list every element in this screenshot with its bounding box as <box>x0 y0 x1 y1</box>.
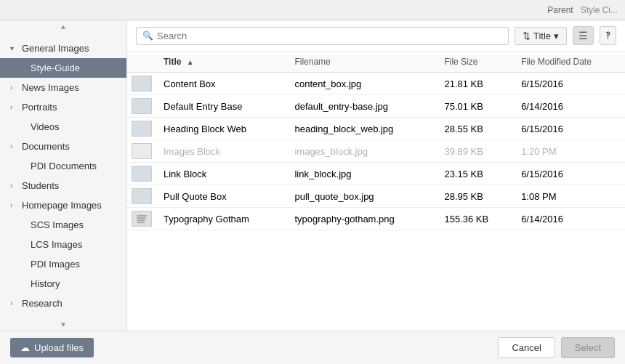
sidebar-item-news-images[interactable]: ›News Images <box>0 78 126 97</box>
search-icon: 🔍 <box>142 31 153 41</box>
sidebar-item-label: Documents <box>22 141 70 152</box>
upload-label: Upload files <box>34 342 84 353</box>
sidebar-item-label: SCS Images <box>31 219 84 230</box>
file-size: 28.95 KB <box>437 185 514 208</box>
file-size: 155.36 KB <box>437 208 514 230</box>
footer-buttons: Cancel Select <box>498 337 615 358</box>
file-filename: content_box.jpg <box>287 73 437 95</box>
sidebar-item-hospital[interactable]: ›Hospital <box>0 313 126 318</box>
thumb-image <box>132 121 152 137</box>
file-title: Images Block <box>156 140 287 163</box>
file-size: 28.55 KB <box>437 118 514 140</box>
table-header-row: Title ▲ Filename File Size File Modified… <box>127 52 625 73</box>
sidebar-item-label: Style-Guide <box>31 62 80 73</box>
file-size: 75.01 KB <box>437 95 514 118</box>
upload-icon: ☁ <box>20 342 30 353</box>
scroll-up-arrow[interactable]: ▲ <box>0 20 126 33</box>
file-thumb <box>127 73 156 95</box>
file-title: Content Box <box>156 73 287 95</box>
file-filename: images_block.jpg <box>287 140 437 163</box>
sidebar-item-label: News Images <box>22 82 79 93</box>
file-title: Pull Quote Box <box>156 185 287 208</box>
upload-button[interactable]: ☁ Upload files <box>10 338 94 357</box>
list-view-button[interactable]: ☰ <box>573 26 594 45</box>
sidebar-item-documents[interactable]: ›Documents <box>0 137 126 156</box>
file-modified: 1:08 PM <box>514 185 625 208</box>
sidebar-item-label: Students <box>22 180 59 191</box>
sidebar-item-pdi-documents[interactable]: PDI Documents <box>0 156 126 176</box>
main-content: ▲ ▾General ImagesStyle-Guide›News Images… <box>0 20 625 331</box>
file-filename: heading_block_web.jpg <box>287 118 437 140</box>
search-box: 🔍 <box>136 27 509 45</box>
file-list-table: Title ▲ Filename File Size File Modified… <box>127 52 625 230</box>
sidebar-item-portraits[interactable]: ›Portraits <box>0 97 126 117</box>
sort-chevron: ▾ <box>554 31 559 41</box>
file-filename: link_block.jpg <box>287 163 437 185</box>
table-row[interactable]: Content Boxcontent_box.jpg21.81 KB6/15/2… <box>127 73 625 95</box>
top-bar: Parent Style Ci... <box>0 0 625 20</box>
thumb-image <box>132 211 152 227</box>
file-title: Heading Block Web <box>156 118 287 140</box>
file-filename: typography-gotham.png <box>287 208 437 230</box>
chevron-icon: › <box>10 182 19 190</box>
file-filename: default_entry-base.jpg <box>287 95 437 118</box>
sidebar-item-research[interactable]: ›Research <box>0 294 126 313</box>
col-title[interactable]: Title ▲ <box>156 52 287 73</box>
col-filename[interactable]: Filename <box>287 52 437 73</box>
sidebar-item-homepage-images[interactable]: ›Homepage Images <box>0 195 126 215</box>
thumb-image <box>132 166 152 182</box>
file-thumb <box>127 208 156 230</box>
sidebar-item-label: LCS Images <box>31 239 83 250</box>
chevron-icon: › <box>10 201 19 209</box>
sidebar-scroll: ▾General ImagesStyle-Guide›News Images›P… <box>0 33 126 318</box>
file-title: Default Entry Base <box>156 95 287 118</box>
chevron-icon: › <box>10 84 19 92</box>
col-filesize[interactable]: File Size <box>437 52 514 73</box>
file-thumb <box>127 185 156 208</box>
grid-view-button[interactable]: ‽ <box>600 26 616 45</box>
file-modified: 6/14/2016 <box>514 208 625 230</box>
sidebar-item-lcs-images[interactable]: LCS Images <box>0 235 126 254</box>
cancel-button[interactable]: Cancel <box>498 337 555 358</box>
sidebar-item-general-images[interactable]: ▾General Images <box>0 39 126 58</box>
search-input[interactable] <box>157 31 502 41</box>
sidebar-item-label: PDI Images <box>31 259 80 270</box>
sort-button[interactable]: ⇅ Title ▾ <box>515 27 567 45</box>
sidebar-item-pdi-images[interactable]: PDI Images <box>0 254 126 274</box>
sidebar-item-label: General Images <box>22 43 89 54</box>
sidebar-item-label: History <box>31 278 60 289</box>
file-modified: 6/15/2016 <box>514 163 625 185</box>
footer: ☁ Upload files Cancel Select <box>0 331 625 364</box>
file-modified: 6/14/2016 <box>514 95 625 118</box>
col-modified[interactable]: File Modified Date <box>514 52 625 73</box>
right-panel: 🔍 ⇅ Title ▾ ☰ ‽ Title ▲ Filename File Si… <box>127 20 625 331</box>
table-row[interactable]: Pull Quote Boxpull_quote_box.jpg28.95 KB… <box>127 185 625 208</box>
chevron-icon: › <box>10 103 19 111</box>
sidebar-item-students[interactable]: ›Students <box>0 176 126 195</box>
sort-label: Title <box>533 31 551 41</box>
table-row[interactable]: Images Blockimages_block.jpg39.89 KB1:20… <box>127 140 625 163</box>
thumb-image <box>132 188 152 204</box>
thumb-image <box>132 76 152 92</box>
table-row[interactable]: Link Blocklink_block.jpg23.15 KB6/15/201… <box>127 163 625 185</box>
table-row[interactable]: Typography Gothamtypography-gotham.png15… <box>127 208 625 230</box>
select-button[interactable]: Select <box>561 337 615 358</box>
file-modified: 6/15/2016 <box>514 118 625 140</box>
file-filename: pull_quote_box.jpg <box>287 185 437 208</box>
sidebar-item-style-guide[interactable]: Style-Guide <box>0 58 126 78</box>
sidebar-item-scs-images[interactable]: SCS Images <box>0 215 126 235</box>
sort-icon: ⇅ <box>523 31 531 41</box>
table-row[interactable]: Default Entry Basedefault_entry-base.jpg… <box>127 95 625 118</box>
scroll-down-arrow[interactable]: ▼ <box>0 318 126 331</box>
sidebar-item-history[interactable]: History <box>0 274 126 294</box>
sidebar: ▲ ▾General ImagesStyle-Guide›News Images… <box>0 20 127 331</box>
table-row[interactable]: Heading Block Webheading_block_web.jpg28… <box>127 118 625 140</box>
sidebar-item-label: Homepage Images <box>22 200 102 211</box>
file-thumb <box>127 163 156 185</box>
sidebar-item-videos[interactable]: Videos <box>0 117 126 137</box>
file-title: Typography Gotham <box>156 208 287 230</box>
chevron-icon: › <box>10 299 19 307</box>
file-table: Title ▲ Filename File Size File Modified… <box>127 52 625 331</box>
col-thumb <box>127 52 156 73</box>
style-link[interactable]: Style Ci... <box>581 5 618 15</box>
